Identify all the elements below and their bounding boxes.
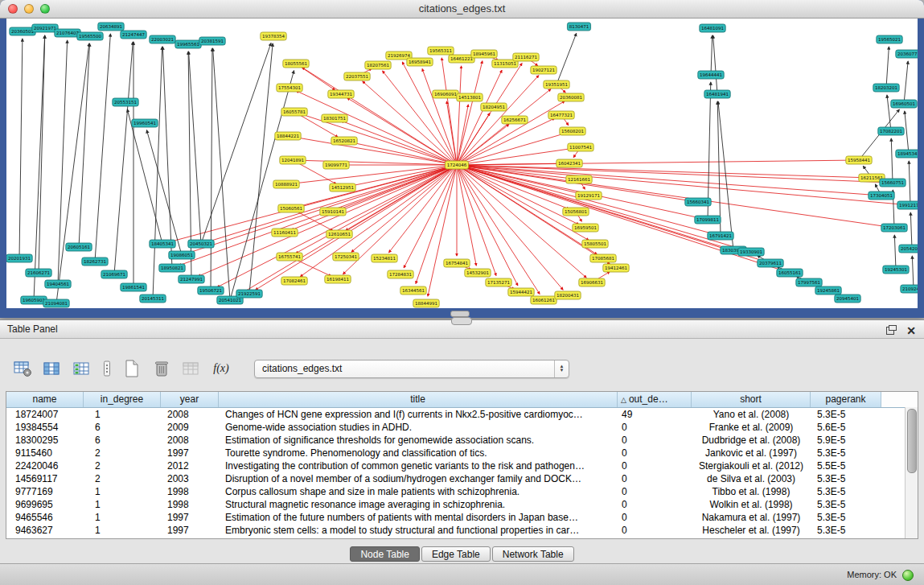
graph-node-14532901[interactable]: 14532901 [465, 269, 491, 277]
cell-in_degree[interactable]: 1 [84, 485, 161, 498]
cell-title[interactable]: Estimation of significance thresholds fo… [219, 434, 618, 447]
graph-node-17284831[interactable]: 17284831 [388, 270, 413, 278]
graph-node-16055781[interactable]: 16055781 [281, 108, 307, 116]
graph-node-20145311[interactable]: 20145311 [140, 295, 166, 303]
graph-node-17250341[interactable]: 17250341 [333, 253, 359, 261]
delete-table-icon[interactable] [182, 359, 201, 378]
column-header-short[interactable]: short [692, 392, 811, 407]
table-row[interactable]: 946362711997Embryonic stem cells: a mode… [6, 524, 918, 537]
graph-node-18207561[interactable]: 18207561 [365, 61, 391, 69]
edit-table-icon[interactable] [72, 359, 92, 378]
graph-node-19506721[interactable]: 19506721 [198, 286, 224, 295]
cell-year[interactable]: 2008 [161, 408, 219, 421]
cell-name[interactable]: 9115460 [6, 447, 84, 459]
graph-node-20921971[interactable]: 20921971 [32, 24, 58, 32]
cell-year[interactable]: 1998 [161, 485, 219, 498]
graph-node-19099771[interactable]: 19099771 [323, 161, 349, 169]
cell-year[interactable]: 1997 [161, 447, 219, 459]
cell-in_degree[interactable]: 2 [84, 447, 161, 459]
graph-node-15958441[interactable]: 15958441 [846, 156, 872, 164]
cell-pagerank[interactable]: 5.3E-5 [811, 511, 881, 524]
graph-node-15660751[interactable]: 15660751 [880, 179, 906, 187]
panel-divider-handle[interactable] [451, 317, 472, 325]
graph-node-19861541[interactable]: 19861541 [121, 283, 146, 291]
cell-title[interactable]: Embryonic stem cells: a model to study s… [219, 524, 618, 537]
graph-node-20360771[interactable]: 20360771 [896, 50, 918, 58]
cell-title[interactable]: Estimation of the future numbers of pati… [219, 511, 618, 524]
tab-network-table[interactable]: Network Table [492, 546, 574, 562]
cell-pagerank[interactable]: 5.9E-5 [811, 434, 881, 447]
rows-icon[interactable] [102, 359, 112, 378]
graph-node-19027121[interactable]: 19027121 [531, 66, 556, 74]
graph-node-19344731[interactable]: 19344731 [328, 90, 354, 98]
column-header-title[interactable]: title [219, 392, 618, 407]
cell-title[interactable]: Changes of HCN gene expression and I(f) … [219, 408, 618, 421]
cell-in_degree[interactable]: 1 [84, 511, 161, 524]
window-titlebar[interactable]: citations_edges.txt [0, 0, 924, 19]
graph-node-20553151[interactable]: 20553151 [113, 98, 138, 106]
graph-node-15805501[interactable]: 15805501 [582, 240, 608, 248]
graph-node-21247447[interactable]: 21247447 [121, 31, 146, 39]
table-row[interactable]: 969969511998Structural magnetic resonanc… [6, 498, 918, 511]
cell-title[interactable]: Disruption of a novel member of a sodium… [219, 472, 618, 485]
graph-node-20605161[interactable]: 20605161 [66, 243, 92, 251]
column-header-pagerank[interactable]: pagerank [811, 392, 881, 407]
graph-node-18844221[interactable]: 18844221 [275, 132, 301, 140]
graph-node-16055161[interactable]: 16055161 [777, 269, 803, 277]
graph-node-19605901[interactable]: 19605901 [21, 296, 47, 304]
graph-node-8130471[interactable]: 8130471 [567, 23, 590, 31]
graph-node-16481091[interactable]: 16481091 [700, 24, 725, 32]
graph-node-18055561[interactable]: 18055561 [283, 60, 309, 68]
graph-node-20360501[interactable]: 20360501 [10, 27, 35, 35]
cell-short[interactable]: de Silva et al. (2003) [692, 472, 811, 485]
cell-name[interactable]: 9777169 [6, 485, 84, 498]
graph-node-11160411[interactable]: 11160411 [272, 229, 298, 237]
cell-year[interactable]: 1997 [161, 511, 219, 524]
close-panel-icon[interactable]: ✕ [906, 325, 916, 336]
graph-node-1724046[interactable]: 1724046 [445, 161, 468, 169]
graph-node-18204951[interactable]: 18204951 [481, 103, 507, 111]
cell-in_degree[interactable]: 1 [84, 524, 161, 537]
cell-in_degree[interactable]: 2 [84, 459, 161, 472]
cell-title[interactable]: Genome-wide association studies in ADHD. [219, 421, 618, 434]
cell-out_degree[interactable]: 0 [618, 459, 692, 472]
graph-node-12161661[interactable]: 12161661 [566, 175, 592, 183]
cell-title[interactable]: Tourette syndrome. Phenomenology and cla… [219, 447, 618, 459]
cell-out_degree[interactable]: 0 [618, 421, 692, 434]
graph-node-18844991[interactable]: 18844991 [413, 299, 439, 307]
graph-node-19245861[interactable]: 19245861 [815, 286, 841, 295]
cell-out_degree[interactable]: 49 [618, 408, 692, 421]
cell-pagerank[interactable]: 5.3E-5 [811, 524, 881, 537]
function-builder-icon[interactable]: f(x) [211, 359, 231, 378]
cell-short[interactable]: Yano et al. (2008) [692, 408, 811, 421]
cell-out_degree[interactable]: 0 [618, 472, 692, 485]
column-header-out_degree[interactable]: △out_de… [618, 392, 692, 407]
graph-node-21094081[interactable]: 21094081 [43, 299, 69, 307]
cell-in_degree[interactable]: 1 [84, 498, 161, 511]
trash-icon[interactable] [152, 359, 171, 378]
graph-node-21247991[interactable]: 21247991 [179, 275, 204, 283]
graph-node-20542001[interactable]: 20542001 [899, 245, 918, 253]
cell-in_degree[interactable]: 6 [84, 421, 161, 434]
table-row[interactable]: 946554611997Estimation of the future num… [6, 511, 918, 524]
graph-node-11007541[interactable]: 11007541 [568, 143, 593, 151]
cell-short[interactable]: Tibbo et al. (1998) [692, 485, 811, 498]
cell-in_degree[interactable]: 6 [84, 434, 161, 447]
graph-node-20450321[interactable]: 20450321 [188, 240, 214, 248]
graph-node-16755741[interactable]: 16755741 [277, 253, 302, 261]
graph-node-16481941[interactable]: 16481941 [704, 90, 730, 98]
graph-node-18405341[interactable]: 18405341 [150, 240, 175, 248]
graph-node-19412461[interactable]: 19412461 [603, 264, 629, 272]
cell-short[interactable]: Hescheler et al. (1997) [692, 524, 811, 537]
graph-node-20945401[interactable]: 20945401 [835, 295, 860, 303]
graph-node-18945341[interactable]: 18945341 [896, 150, 918, 158]
graph-node-19565500[interactable]: 19565500 [77, 32, 103, 40]
graph-node-20381591[interactable]: 20381591 [199, 37, 225, 45]
canvas-scroll-handle[interactable] [450, 311, 470, 317]
graph-node-15234811[interactable]: 15234811 [372, 254, 397, 262]
show-columns-icon[interactable] [43, 359, 62, 378]
table-options-icon[interactable] [13, 359, 32, 378]
network-graph[interactable]: 2036050120921971210764071956550020634891… [6, 19, 918, 308]
cell-name[interactable]: 19384554 [6, 421, 84, 434]
graph-node-19644441[interactable]: 19644441 [698, 71, 724, 79]
